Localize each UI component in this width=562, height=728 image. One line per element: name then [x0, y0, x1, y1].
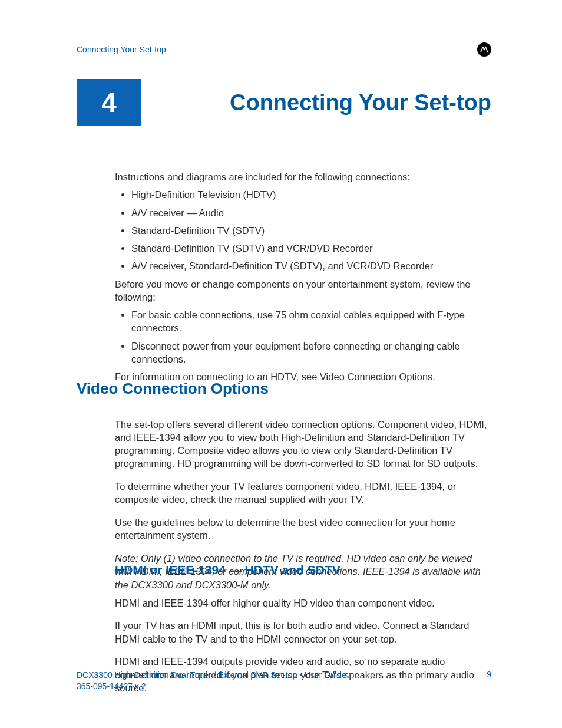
footer-docnum: 365-095-14427 x.2 — [77, 681, 146, 691]
footer-page: 9 — [487, 670, 491, 679]
heading-video-options: Video Connection Options — [77, 380, 269, 398]
video-p2: To determine whether your TV features co… — [115, 480, 491, 506]
header-section-text: Connecting Your Set-top — [77, 45, 166, 54]
connection-item: A/V receiver — Audio — [131, 206, 491, 219]
intro-before: Before you move or change components on … — [115, 278, 491, 304]
caution-item: Disconnect power from your equipment bef… — [131, 340, 491, 366]
video-p3: Use the guidelines below to determine th… — [115, 516, 491, 542]
connection-item: High-Definition Television (HDTV) — [131, 188, 491, 201]
caution-item: For basic cable connections, use 75 ohm … — [131, 308, 491, 335]
footer-product: DCX3300 High-Definition Dual Tuner / Ext… — [77, 670, 346, 680]
heading-hdmi: HDMI or IEEE-1394 — HDTV and SDTV — [115, 563, 340, 577]
intro-lead: Instructions and diagrams are included f… — [115, 170, 491, 183]
motorola-logo-icon — [477, 42, 491, 57]
connection-item: Standard-Definition TV (SDTV) and VCR/DV… — [131, 242, 491, 255]
connection-item: A/V receiver, Standard-Definition TV (SD… — [131, 259, 491, 272]
chapter-title: Connecting Your Set-top — [230, 90, 491, 116]
hdmi-p2: If your TV has an HDMI input, this is fo… — [115, 619, 491, 645]
connection-item: Standard-Definition TV (SDTV) — [131, 224, 491, 237]
video-p1: The set-top offers several different vid… — [115, 418, 491, 470]
hdmi-p1: HDMI and IEEE-1394 offer higher quality … — [115, 597, 491, 610]
header-rule — [77, 58, 491, 58]
chapter-number-box: 4 — [77, 79, 141, 126]
